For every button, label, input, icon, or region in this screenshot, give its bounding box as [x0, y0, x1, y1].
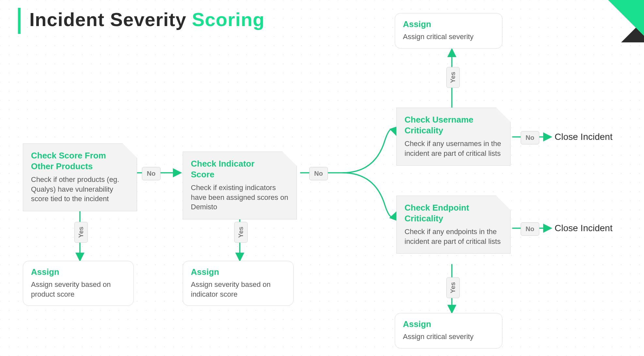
label-no-username: No: [521, 131, 539, 144]
node-check-products: Check Score From Other Products Check if…: [23, 143, 137, 211]
node-desc: Assign critical severity: [403, 32, 494, 42]
end-close-username: Close Incident: [555, 132, 612, 142]
label-yes-indicator: Yes: [234, 222, 248, 243]
node-assign-critical-bottom: Assign Assign critical severity: [395, 313, 502, 349]
label-yes-endpoint: Yes: [446, 277, 460, 298]
page-title: Incident Severity Scoring: [29, 8, 265, 30]
node-assign-critical-top: Assign Assign critical severity: [395, 13, 502, 49]
end-close-endpoint: Close Incident: [555, 223, 612, 233]
label-yes-username: Yes: [446, 67, 460, 88]
node-check-endpoint: Check Endpoint Criticality Check if any …: [396, 196, 511, 254]
title-part2: Scoring: [192, 9, 265, 30]
node-title: Assign: [31, 267, 126, 277]
node-assign-product: Assign Assign severity based on product …: [23, 261, 134, 306]
node-desc: Check if any usernames in the incident a…: [405, 139, 502, 158]
node-desc: Check if other products (eg. Qualys) hav…: [31, 175, 129, 204]
node-title: Assign: [403, 319, 494, 329]
node-desc: Assign severity based on indicator score: [191, 280, 285, 299]
corner-accent-green: [608, 0, 644, 36]
node-check-username: Check Username Criticality Check if any …: [396, 108, 511, 166]
node-title: Check Indicator Score: [191, 158, 289, 180]
label-no-indicator: No: [309, 167, 328, 180]
node-title: Check Endpoint Criticality: [405, 202, 502, 224]
node-title: Assign: [191, 267, 285, 277]
title-accent-bar: [18, 8, 21, 34]
label-no-products: No: [142, 167, 161, 180]
node-desc: Check if any endpoints in the incident a…: [405, 227, 502, 246]
node-desc: Check if existing indicators have been a…: [191, 183, 289, 212]
label-yes-products: Yes: [74, 222, 88, 243]
node-assign-indicator: Assign Assign severity based on indicato…: [183, 261, 294, 306]
node-desc: Assign severity based on product score: [31, 280, 126, 299]
label-no-endpoint: No: [521, 222, 539, 236]
node-title: Check Username Criticality: [405, 114, 502, 136]
node-desc: Assign critical severity: [403, 332, 494, 342]
diagram-canvas: Check Score From Other Products Check if…: [0, 0, 644, 356]
node-title: Check Score From Other Products: [31, 150, 129, 171]
title-part1: Incident Severity: [29, 9, 192, 30]
node-title: Assign: [403, 19, 494, 29]
node-check-indicator: Check Indicator Score Check if existing …: [183, 152, 297, 219]
